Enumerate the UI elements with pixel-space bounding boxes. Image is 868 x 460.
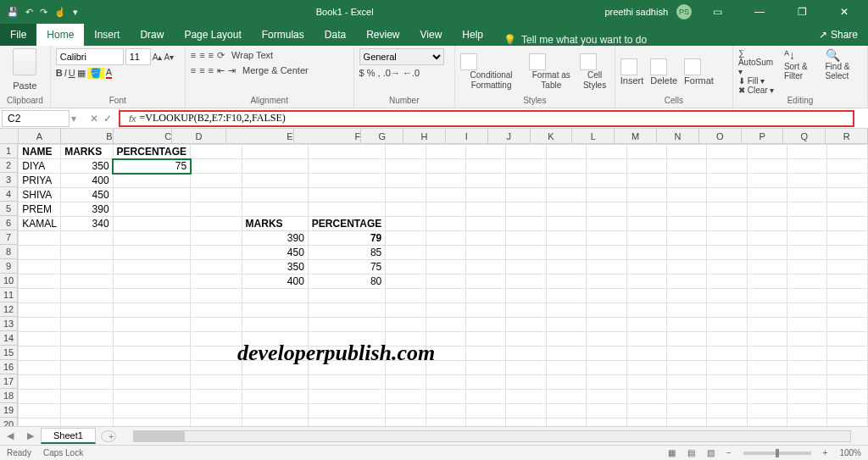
cell[interactable] xyxy=(466,174,506,188)
cell[interactable] xyxy=(626,231,666,246)
cell[interactable] xyxy=(787,404,827,418)
cell[interactable] xyxy=(546,202,586,217)
cell[interactable] xyxy=(308,318,385,332)
cell[interactable] xyxy=(61,332,113,346)
cell[interactable] xyxy=(191,217,242,231)
cell[interactable] xyxy=(707,274,747,289)
cells-table[interactable]: NAMEMARKSPERCENTAGEDIYA35075PRIYA400SHIV… xyxy=(18,144,868,434)
cell[interactable] xyxy=(113,217,190,231)
cell[interactable] xyxy=(113,404,190,418)
col-header[interactable]: M xyxy=(615,129,657,143)
cell[interactable] xyxy=(787,159,827,174)
cell[interactable] xyxy=(308,404,385,418)
cell[interactable] xyxy=(191,318,242,332)
cell[interactable] xyxy=(506,404,546,418)
font-name-select[interactable] xyxy=(56,48,124,65)
cell[interactable] xyxy=(827,375,868,390)
cell[interactable] xyxy=(827,174,868,188)
share-button[interactable]: ↗ Share xyxy=(809,24,868,46)
cell[interactable]: 75 xyxy=(113,159,190,174)
cell[interactable] xyxy=(707,246,747,260)
cell[interactable]: PRIYA xyxy=(19,174,61,188)
row-header[interactable]: 7 xyxy=(0,230,18,245)
cell[interactable] xyxy=(587,361,626,375)
cell[interactable] xyxy=(546,332,586,346)
cell[interactable] xyxy=(506,303,546,318)
cell[interactable] xyxy=(707,202,747,217)
cell[interactable] xyxy=(466,188,506,202)
row-header[interactable]: 13 xyxy=(0,317,18,331)
col-header[interactable]: K xyxy=(531,129,573,143)
cell[interactable] xyxy=(587,231,626,246)
cell[interactable] xyxy=(626,303,666,318)
cell[interactable] xyxy=(666,361,706,375)
cell[interactable] xyxy=(506,332,546,346)
cell[interactable] xyxy=(546,361,586,375)
sheet-nav-prev-icon[interactable]: ◀ xyxy=(0,430,20,441)
cell[interactable] xyxy=(827,361,868,375)
cell[interactable] xyxy=(113,346,190,361)
col-header[interactable]: L xyxy=(572,129,615,143)
cell[interactable] xyxy=(707,361,747,375)
cell[interactable] xyxy=(61,303,113,318)
col-header[interactable]: I xyxy=(446,129,488,143)
cell[interactable] xyxy=(191,303,242,318)
cell[interactable]: KAMAL xyxy=(19,217,61,231)
redo-icon[interactable]: ↷ xyxy=(40,7,47,18)
cell[interactable] xyxy=(707,390,747,404)
align-bot-icon[interactable]: ≡ xyxy=(209,50,214,60)
cell[interactable] xyxy=(191,159,242,174)
align-center-icon[interactable]: ≡ xyxy=(199,65,204,75)
row-header[interactable]: 15 xyxy=(0,346,18,360)
cell[interactable] xyxy=(707,404,747,418)
cell[interactable] xyxy=(747,260,787,274)
cell[interactable] xyxy=(426,159,465,174)
cell[interactable] xyxy=(308,202,385,217)
worksheet-grid[interactable]: A B C D E F G H I J K L M N O P Q R 1234… xyxy=(0,129,868,434)
cell[interactable] xyxy=(626,361,666,375)
italic-button[interactable]: I xyxy=(64,68,67,78)
cell[interactable] xyxy=(707,332,747,346)
cell[interactable] xyxy=(242,375,308,390)
enter-formula-icon[interactable]: ✓ xyxy=(103,113,112,125)
cell[interactable] xyxy=(747,217,787,231)
cell[interactable] xyxy=(787,231,827,246)
cell[interactable]: SHIVA xyxy=(19,188,61,202)
tab-review[interactable]: Review xyxy=(356,24,409,46)
cell[interactable] xyxy=(546,231,586,246)
cell[interactable] xyxy=(113,375,190,390)
cell[interactable] xyxy=(506,188,546,202)
cell[interactable] xyxy=(666,174,706,188)
cell[interactable] xyxy=(191,346,242,361)
cell[interactable] xyxy=(242,318,308,332)
cell[interactable]: PERCENTAGE xyxy=(113,145,190,159)
decrease-font-icon[interactable]: A▾ xyxy=(164,53,174,62)
align-mid-icon[interactable]: ≡ xyxy=(199,50,204,60)
cell[interactable] xyxy=(506,361,546,375)
cell[interactable] xyxy=(626,390,666,404)
row-header[interactable]: 18 xyxy=(0,389,18,403)
cell[interactable] xyxy=(626,202,666,217)
cell[interactable] xyxy=(827,217,868,231)
view-normal-icon[interactable]: ▦ xyxy=(668,448,676,457)
cell[interactable] xyxy=(666,202,706,217)
cell[interactable] xyxy=(546,289,586,303)
cell[interactable] xyxy=(827,188,868,202)
col-header[interactable]: N xyxy=(657,129,699,143)
row-header[interactable]: 6 xyxy=(0,216,18,230)
cell[interactable] xyxy=(787,274,827,289)
cell[interactable] xyxy=(747,289,787,303)
cell[interactable] xyxy=(191,274,242,289)
row-header[interactable]: 3 xyxy=(0,173,18,187)
cell[interactable] xyxy=(191,188,242,202)
cell[interactable] xyxy=(747,274,787,289)
cell[interactable] xyxy=(386,145,426,159)
cell[interactable] xyxy=(19,375,61,390)
cell[interactable] xyxy=(61,274,113,289)
cell[interactable]: 390 xyxy=(242,231,308,246)
cell[interactable] xyxy=(113,260,190,274)
increase-font-icon[interactable]: A▴ xyxy=(153,53,163,62)
row-header[interactable]: 12 xyxy=(0,302,18,317)
cell[interactable] xyxy=(242,289,308,303)
sheet-tab[interactable]: Sheet1 xyxy=(41,428,96,444)
